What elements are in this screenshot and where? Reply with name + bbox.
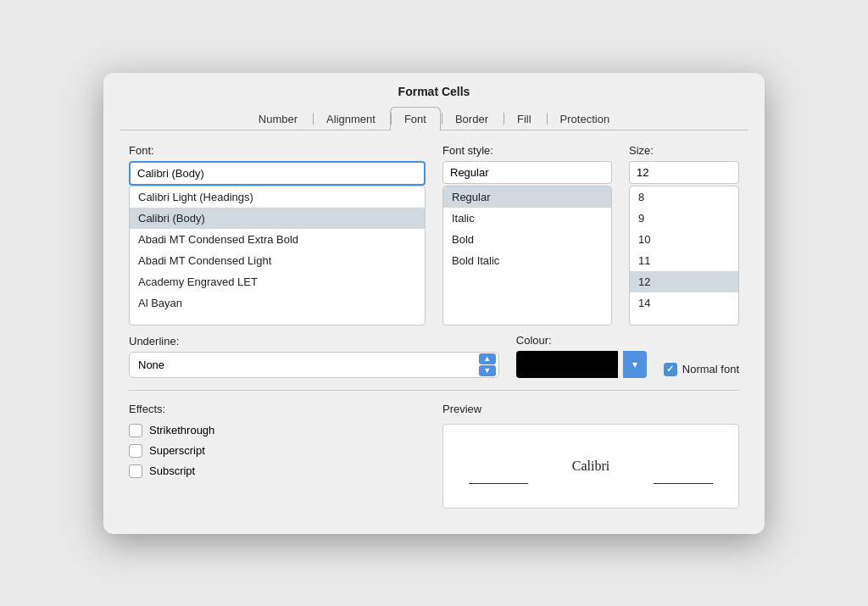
tab-bar: Number Alignment Font Border Fill Protec… [120,107,748,131]
font-style-column: Font style: Regular Italic Bold Bold Ita… [442,144,612,325]
font-column: Font: Calibri Light (Headings) Calibri (… [129,144,426,325]
list-item[interactable]: Academy Engraved LET [130,271,425,292]
effects-label: Effects: [129,403,426,415]
colour-dropdown-button[interactable]: ▾ [623,351,647,378]
subscript-label: Subscript [149,464,195,477]
effects-preview-row: Effects: Strikethrough Superscript Subsc… [129,403,739,509]
strikethrough-item[interactable]: Strikethrough [129,424,426,437]
list-item[interactable]: 11 [630,250,738,271]
size-column: Size: 8 9 10 11 12 14 [629,144,739,325]
list-item[interactable]: 8 [630,186,738,208]
preview-text: Calibri [572,459,609,474]
subscript-item[interactable]: Subscript [129,464,426,478]
superscript-label: Superscript [149,444,205,457]
list-item[interactable]: 9 [630,208,738,229]
list-item[interactable]: 14 [630,292,738,314]
dialog-title: Format Cells [103,73,765,107]
tab-alignment[interactable]: Alignment [312,107,390,131]
normal-font-label: Normal font [682,363,739,375]
tab-font[interactable]: Font [390,107,441,131]
size-list[interactable]: 8 9 10 11 12 14 [629,186,739,325]
preview-label: Preview [442,403,739,415]
font-style-list[interactable]: Regular Italic Bold Bold Italic [442,186,612,325]
font-label: Font: [129,144,426,157]
tab-number[interactable]: Number [244,107,312,131]
font-style-input[interactable] [442,161,612,184]
normal-font-checkbox[interactable] [664,363,677,376]
list-item[interactable]: Al Bayan [130,292,425,314]
list-item[interactable]: Abadi MT Condensed Extra Bold [130,229,425,250]
preview-lines [443,483,738,484]
tab-border[interactable]: Border [441,107,503,131]
stepper-up-arrow[interactable]: ▲ [479,353,496,364]
underline-select-wrapper: None Single Double Single Accounting Dou… [129,352,499,378]
colour-column: Colour: ▾ [516,334,647,378]
preview-line-left [469,483,528,484]
font-input[interactable] [129,161,426,186]
list-item[interactable]: Bold Italic [443,250,611,271]
dropdown-arrow-icon: ▾ [632,359,637,370]
preview-line-right [654,483,713,484]
size-input[interactable] [629,161,739,184]
list-item[interactable]: 10 [630,229,738,250]
stepper-down-arrow[interactable]: ▼ [479,365,496,376]
list-item[interactable]: 12 [630,271,738,292]
normal-font-column: Normal font [664,363,739,378]
list-item[interactable]: Calibri (Body) [130,208,425,229]
underline-stepper[interactable]: ▲ ▼ [479,353,496,376]
tab-fill[interactable]: Fill [503,107,546,131]
preview-box: Calibri [442,424,739,509]
underline-select[interactable]: None Single Double Single Accounting Dou… [129,352,499,378]
colour-label: Colour: [516,334,647,347]
underline-colour-row: Underline: None Single Double Single Acc… [129,334,739,378]
list-item[interactable]: Regular [443,186,611,208]
effects-column: Effects: Strikethrough Superscript Subsc… [129,403,426,509]
divider [129,390,739,391]
underline-label: Underline: [129,335,499,347]
font-style-label: Font style: [442,144,612,157]
underline-column: Underline: None Single Double Single Acc… [129,335,499,378]
size-label: Size: [629,144,739,157]
font-list[interactable]: Calibri Light (Headings) Calibri (Body) … [129,186,426,325]
colour-swatch-row: ▾ [516,351,647,378]
list-item[interactable]: Calibri Light (Headings) [130,186,425,208]
font-row: Font: Calibri Light (Headings) Calibri (… [129,144,739,325]
strikethrough-label: Strikethrough [149,424,214,436]
superscript-item[interactable]: Superscript [129,444,426,458]
colour-swatch[interactable] [516,351,618,378]
list-item[interactable]: Italic [443,208,611,229]
strikethrough-checkbox[interactable] [129,424,142,437]
dialog-body: Font: Calibri Light (Headings) Calibri (… [103,131,765,517]
superscript-checkbox[interactable] [129,444,142,458]
preview-column: Preview Calibri [442,403,739,509]
list-item[interactable]: Abadi MT Condensed Light [130,250,425,271]
format-cells-dialog: Format Cells Number Alignment Font Borde… [103,73,765,534]
list-item[interactable]: Bold [443,229,611,250]
normal-font-checkbox-label[interactable]: Normal font [664,363,739,376]
tab-protection[interactable]: Protection [546,107,625,131]
subscript-checkbox[interactable] [129,464,142,478]
